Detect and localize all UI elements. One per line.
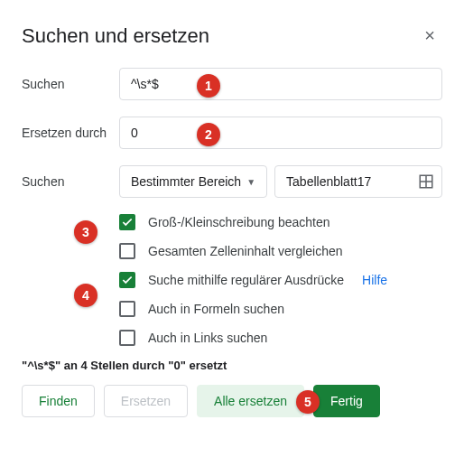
scope-select[interactable]: Bestimmter Bereich ▼ — [119, 165, 267, 198]
check-label-4: Auch in Links suchen — [148, 331, 267, 345]
check-row-1: Gesamten Zelleninhalt vergleichen — [22, 243, 442, 259]
callout-2: 2 — [197, 123, 220, 146]
search-label: Suchen — [22, 77, 119, 91]
check-label-1: Gesamten Zelleninhalt vergleichen — [148, 244, 343, 258]
checkbox-2[interactable] — [119, 272, 135, 288]
replace-input[interactable] — [119, 117, 442, 149]
dialog-title: Suchen und ersetzen — [22, 24, 209, 48]
checkbox-1[interactable] — [119, 243, 135, 259]
done-button[interactable]: Fertig — [313, 385, 380, 417]
checkbox-4[interactable] — [119, 330, 135, 346]
checkbox-0[interactable] — [119, 214, 135, 230]
close-icon[interactable]: × — [417, 22, 442, 50]
checkbox-3[interactable] — [119, 301, 135, 317]
check-label-0: Groß-/Kleinschreibung beachten — [148, 215, 330, 229]
range-input[interactable]: Tabellenblatt17 — [274, 165, 442, 198]
find-button[interactable]: Finden — [22, 385, 95, 417]
help-link[interactable]: Hilfe — [362, 273, 387, 287]
grid-icon — [418, 173, 434, 190]
callout-1: 1 — [197, 74, 220, 98]
replace-label: Ersetzen durch — [22, 126, 119, 140]
status-text: "^\s*$" an 4 Stellen durch "0" ersetzt — [22, 359, 442, 372]
scope-label: Suchen — [22, 174, 119, 189]
search-input[interactable] — [119, 68, 442, 100]
caret-down-icon: ▼ — [246, 177, 255, 187]
check-row-4: Auch in Links suchen — [22, 330, 442, 346]
callout-4: 4 — [74, 284, 97, 307]
range-value: Tabellenblatt17 — [286, 174, 371, 189]
replace-button[interactable]: Ersetzen — [104, 385, 188, 417]
callout-3: 3 — [74, 220, 97, 244]
check-label-2: Suche mithilfe regulärer Ausdrücke — [148, 273, 344, 287]
check-label-3: Auch in Formeln suchen — [148, 302, 284, 316]
callout-5: 5 — [296, 390, 320, 414]
replace-all-button[interactable]: Alle ersetzen — [197, 385, 304, 417]
scope-select-value: Bestimmter Bereich — [131, 174, 241, 189]
